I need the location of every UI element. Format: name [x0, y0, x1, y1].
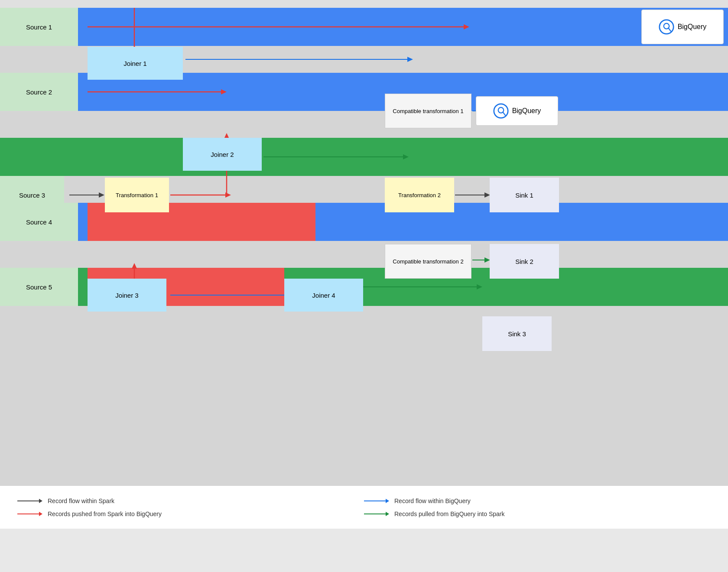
- legend-item-red: Records pushed from Spark into BigQuery: [17, 510, 364, 517]
- band-gap4: [0, 241, 728, 268]
- bigquery2-icon: [493, 103, 509, 119]
- legend-arrow-black: [17, 499, 42, 503]
- legend-arrowhead-black: [39, 499, 42, 503]
- legend-item-blue: Record flow within BigQuery: [364, 497, 711, 504]
- band-row1-blue: [0, 8, 728, 46]
- joiner1-node: Joiner 1: [88, 47, 183, 80]
- legend-arrow-red: [17, 512, 42, 516]
- diagram-container: Source 1 BigQuery Joiner 1 Source 2 Comp…: [0, 0, 728, 529]
- transform2-node: Transformation 2: [385, 178, 454, 212]
- legend-col-right: Record flow within BigQuery Records pull…: [364, 497, 711, 517]
- band-row3-green: [0, 138, 728, 176]
- legend-arrowhead-green: [386, 512, 389, 516]
- svg-line-31: [668, 28, 670, 31]
- legend-col-left: Record flow within Spark Records pushed …: [17, 497, 364, 517]
- joiner2-node: Joiner 2: [183, 138, 262, 171]
- legend-line-red: [17, 514, 39, 514]
- source5-node: Source 5: [0, 268, 78, 306]
- legend-line-green: [364, 514, 386, 514]
- bigquery1-icon: [659, 19, 674, 35]
- band-bottom: [0, 306, 728, 485]
- band-gap2: [0, 111, 728, 138]
- transform1-node: Transformation 1: [105, 178, 169, 212]
- legend-item-green: Records pulled from BigQuery into Spark: [364, 510, 711, 517]
- compat2-node: Compatible transformation 2: [385, 244, 471, 279]
- legend-line-black: [17, 500, 39, 501]
- legend-line-blue: [364, 500, 386, 501]
- svg-point-32: [494, 104, 507, 118]
- legend-arrowhead-red: [39, 512, 42, 516]
- legend: Record flow within Spark Records pushed …: [0, 485, 728, 529]
- bigquery2-node: BigQuery: [476, 96, 558, 126]
- sink1-node: Sink 1: [490, 178, 559, 212]
- source1-node: Source 1: [0, 8, 78, 46]
- source2-node: Source 2: [0, 73, 78, 111]
- svg-line-34: [503, 112, 505, 115]
- sink2-node: Sink 2: [490, 244, 559, 279]
- compat1-node: Compatible transformation 1: [385, 94, 471, 128]
- joiner3-node: Joiner 3: [88, 279, 166, 312]
- svg-point-29: [659, 20, 673, 34]
- bigquery1-node: BigQuery: [641, 10, 724, 44]
- legend-arrowhead-blue: [386, 499, 389, 503]
- sink3-node: Sink 3: [482, 316, 552, 351]
- joiner4-node: Joiner 4: [284, 279, 363, 312]
- legend-arrow-green: [364, 512, 389, 516]
- legend-item-black: Record flow within Spark: [17, 497, 364, 504]
- source4-node: Source 4: [0, 203, 78, 241]
- legend-arrow-blue: [364, 499, 389, 503]
